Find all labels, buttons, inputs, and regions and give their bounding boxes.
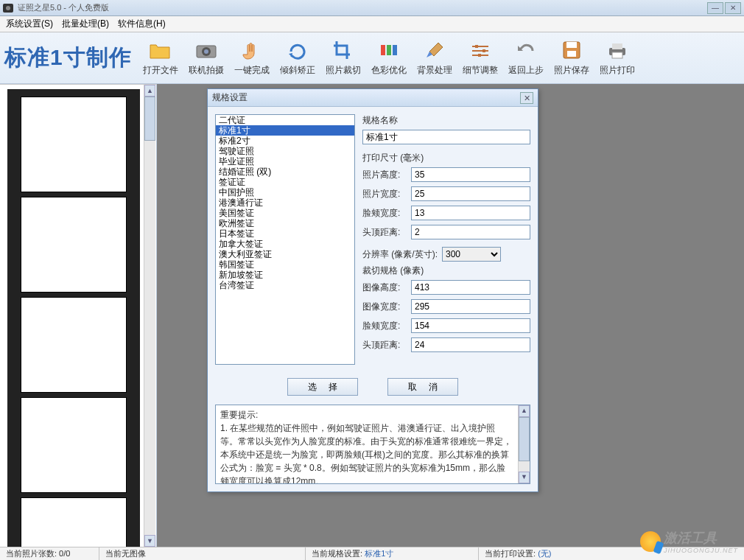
spec-list-item[interactable]: 美国签证 <box>216 208 354 218</box>
spec-list-item[interactable]: 新加坡签证 <box>216 270 354 280</box>
spec-list-item[interactable]: 港澳通行证 <box>216 197 354 208</box>
crop-face-width-label: 脸颊宽度: <box>362 320 408 332</box>
status-spec: 当前规格设置: 标准1寸 <box>306 547 479 560</box>
photo-width-input[interactable] <box>411 186 530 201</box>
scroll-down-icon[interactable]: ▼ <box>519 472 530 483</box>
svg-rect-11 <box>567 51 576 57</box>
save-icon <box>560 39 583 61</box>
svg-rect-10 <box>566 42 577 48</box>
resolution-label: 分辨率 (像素/英寸): <box>362 248 438 261</box>
tool-print[interactable]: 照片打印 <box>594 39 640 77</box>
app-icon <box>3 4 13 13</box>
svg-rect-4 <box>387 45 391 55</box>
name-label: 规格名称 <box>362 114 530 127</box>
spec-list-item[interactable]: 日本签证 <box>216 228 354 239</box>
crop-icon <box>331 39 355 61</box>
svg-point-2 <box>204 49 208 54</box>
dialog-titlebar[interactable]: 规格设置 ✕ <box>208 89 538 107</box>
svg-rect-13 <box>612 43 622 49</box>
tool-bg[interactable]: 背景处理 <box>412 39 457 77</box>
image-width-input[interactable] <box>411 299 530 314</box>
tool-color[interactable]: 色彩优化 <box>366 39 412 77</box>
svg-rect-8 <box>478 54 481 57</box>
top-distance-label: 头顶距离: <box>362 226 408 239</box>
tool-auto[interactable]: 一键完成 <box>229 39 275 77</box>
tip-box: 重要提示: 1. 在某些规范的证件照中，例如驾驶证照片、港澳通行证、出入境护照等… <box>215 405 530 484</box>
watermark: 激活工具JIHUOGONGJU.NET <box>640 529 738 554</box>
image-width-label: 图像宽度: <box>362 301 408 313</box>
scroll-thumb[interactable] <box>144 97 155 141</box>
tool-detail[interactable]: 细节调整 <box>457 39 503 77</box>
select-button[interactable]: 选 择 <box>287 378 358 396</box>
film-frame[interactable] <box>21 297 127 393</box>
spec-list-item[interactable]: 台湾签证 <box>216 280 354 290</box>
svg-rect-5 <box>393 45 397 55</box>
spec-list-item[interactable]: 毕业证照 <box>216 156 354 167</box>
spec-list-item[interactable]: 驾驶证照 <box>216 146 354 156</box>
spec-list-item[interactable]: 韩国签证 <box>216 259 354 270</box>
menu-bar: 系统设置(S) 批量处理(B) 软件信息(H) <box>0 16 744 32</box>
tool-save[interactable]: 照片保存 <box>549 39 594 77</box>
dialog-close-button[interactable]: ✕ <box>520 92 533 104</box>
tool-crop[interactable]: 照片裁切 <box>320 39 366 77</box>
sliders-icon <box>468 39 492 61</box>
minimize-button[interactable]: — <box>707 2 723 14</box>
crop-face-width-input[interactable] <box>411 318 530 333</box>
crop-top-distance-label: 头顶距离: <box>362 339 408 351</box>
tool-camera[interactable]: 联机拍摄 <box>183 39 229 77</box>
close-button[interactable]: ✕ <box>725 2 741 14</box>
undo-icon <box>514 39 538 61</box>
menu-system[interactable]: 系统设置(S) <box>6 18 53 30</box>
print-icon <box>606 39 629 61</box>
film-frame[interactable] <box>21 497 127 547</box>
scroll-up-icon[interactable]: ▲ <box>519 405 530 417</box>
scroll-thumb[interactable] <box>519 417 530 461</box>
scroll-up-icon[interactable]: ▲ <box>144 85 155 97</box>
resolution-select[interactable]: 300 <box>442 247 501 262</box>
spec-list-item[interactable]: 欧洲签证 <box>216 218 354 228</box>
spec-list-item[interactable]: 加拿大签证 <box>216 239 354 249</box>
folder-icon <box>149 39 172 61</box>
photo-height-input[interactable] <box>411 167 530 182</box>
spec-list-item[interactable]: 标准2寸 <box>216 136 354 146</box>
menu-info[interactable]: 软件信息(H) <box>118 18 166 30</box>
tip-scrollbar[interactable]: ▲ ▼ <box>518 405 530 483</box>
cancel-button[interactable]: 取 消 <box>387 378 458 396</box>
film-frame[interactable] <box>21 97 127 192</box>
tip-title: 重要提示: <box>220 410 258 420</box>
svg-rect-14 <box>612 52 622 58</box>
spec-list-item[interactable]: 澳大利亚签证 <box>216 249 354 259</box>
dialog-title: 规格设置 <box>212 91 248 104</box>
spec-dialog: 规格设置 ✕ 二代证标准1寸标准2寸驾驶证照毕业证照结婚证照 (双)签证证中国护… <box>207 88 538 492</box>
image-height-input[interactable] <box>411 280 530 295</box>
spec-list-item[interactable]: 标准1寸 <box>216 125 354 136</box>
film-scrollbar[interactable]: ▲ ▼ <box>144 85 155 547</box>
crop-group-label: 裁切规格 (像素) <box>362 265 530 277</box>
face-width-input[interactable] <box>411 206 530 220</box>
photo-height-label: 照片高度: <box>362 169 408 181</box>
spec-list-item[interactable]: 中国护照 <box>216 187 354 197</box>
brush-icon <box>423 39 446 61</box>
menu-batch[interactable]: 批量处理(B) <box>62 18 109 30</box>
film-frame[interactable] <box>21 397 127 493</box>
rotate-icon <box>286 39 309 61</box>
spec-listbox[interactable]: 二代证标准1寸标准2寸驾驶证照毕业证照结婚证照 (双)签证证中国护照港澳通行证美… <box>215 114 355 365</box>
tool-back[interactable]: 返回上步 <box>503 39 549 77</box>
film-strip-pane: ▲ ▼ <box>0 84 157 547</box>
svg-rect-6 <box>475 45 478 48</box>
hand-icon <box>240 39 264 61</box>
scroll-down-icon[interactable]: ▼ <box>144 535 155 547</box>
spec-list-item[interactable]: 二代证 <box>216 115 354 125</box>
spec-list-item[interactable]: 结婚证照 (双) <box>216 167 354 177</box>
crop-top-distance-input[interactable] <box>411 337 530 352</box>
palette-icon <box>377 39 401 61</box>
name-input[interactable] <box>362 130 530 144</box>
photo-width-label: 照片宽度: <box>362 188 408 200</box>
tool-open[interactable]: 打开文件 <box>138 39 183 77</box>
film-frame[interactable] <box>21 197 127 293</box>
tool-rotate[interactable]: 倾斜矫正 <box>275 39 320 77</box>
top-distance-input[interactable] <box>411 225 530 239</box>
spec-list-item[interactable]: 签证证 <box>216 177 354 187</box>
page-title: 标准1寸制作 <box>4 43 132 73</box>
face-width-label: 脸颊宽度: <box>362 207 408 220</box>
